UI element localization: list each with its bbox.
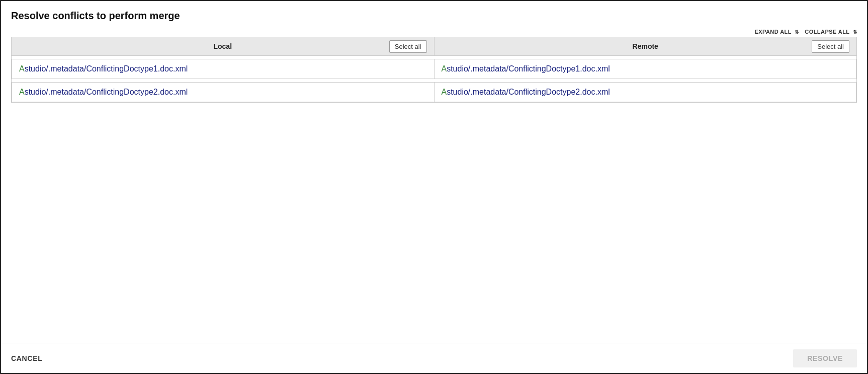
- conflict-rows: A studio/.metadata/ConflictingDoctype1.d…: [12, 59, 856, 102]
- remote-file-path-0: studio/.metadata/ConflictingDoctype1.doc…: [447, 64, 610, 73]
- conflict-table: Local Select all Remote Select all A stu…: [11, 37, 857, 103]
- table-header: Local Select all Remote Select all: [12, 37, 856, 56]
- local-select-all-button[interactable]: Select all: [389, 40, 427, 53]
- table-row: A studio/.metadata/ConflictingDoctype2.d…: [12, 82, 856, 102]
- collapse-all-icon: ⇅: [853, 29, 857, 35]
- cancel-button[interactable]: CANCEL: [11, 354, 43, 362]
- local-cell-0: A studio/.metadata/ConflictingDoctype1.d…: [12, 59, 435, 79]
- local-badge-1: A: [19, 88, 25, 97]
- remote-header-label: Remote: [633, 42, 658, 50]
- toolbar: EXPAND ALL ⇅ COLLAPSE ALL ⇅: [11, 29, 857, 35]
- remote-cell-0: A studio/.metadata/ConflictingDoctype1.d…: [435, 59, 856, 79]
- remote-select-all-button[interactable]: Select all: [812, 40, 849, 53]
- expand-all-icon: ⇅: [795, 29, 799, 35]
- resolve-button[interactable]: RESOLVE: [793, 349, 857, 367]
- local-column-header: Local Select all: [12, 37, 435, 55]
- remote-badge-0: A: [442, 64, 447, 73]
- local-file-path-0: studio/.metadata/ConflictingDoctype1.doc…: [25, 64, 188, 73]
- remote-cell-1: A studio/.metadata/ConflictingDoctype2.d…: [435, 83, 856, 102]
- expand-all-button[interactable]: EXPAND ALL ⇅: [754, 29, 799, 35]
- local-header-label: Local: [213, 42, 232, 50]
- local-cell-1: A studio/.metadata/ConflictingDoctype2.d…: [12, 83, 435, 102]
- local-badge-0: A: [19, 64, 25, 73]
- remote-column-header: Remote Select all: [435, 37, 857, 55]
- table-row: A studio/.metadata/ConflictingDoctype1.d…: [12, 59, 856, 79]
- collapse-all-button[interactable]: COLLAPSE ALL ⇅: [805, 29, 857, 35]
- local-file-path-1: studio/.metadata/ConflictingDoctype2.doc…: [25, 88, 188, 97]
- remote-file-path-1: studio/.metadata/ConflictingDoctype2.doc…: [447, 88, 610, 97]
- footer: CANCEL RESOLVE: [1, 343, 867, 373]
- page-title: Resolve conflicts to perform merge: [11, 10, 857, 22]
- remote-badge-1: A: [442, 88, 447, 97]
